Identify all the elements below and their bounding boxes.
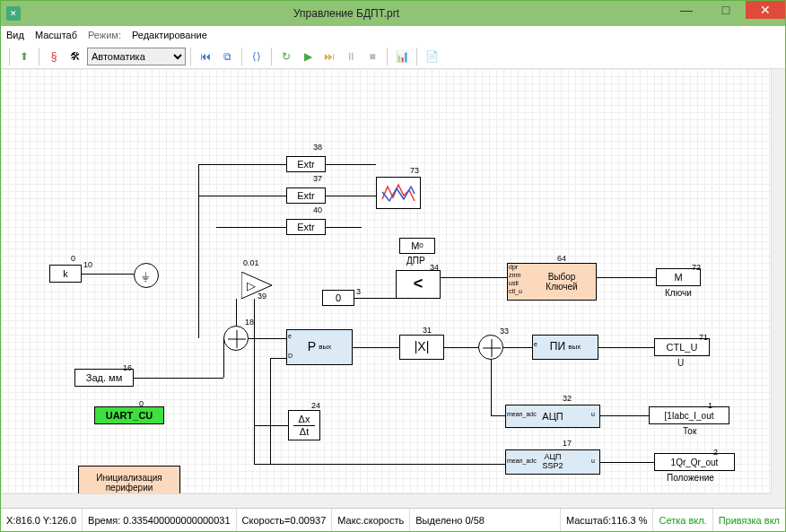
wire: [600, 415, 649, 416]
block-ground[interactable]: ⏚: [134, 263, 159, 288]
port-label: 3: [356, 287, 361, 296]
block-sum2[interactable]: [478, 335, 503, 360]
maximize-button[interactable]: □: [706, 1, 746, 19]
skip-button[interactable]: ⏭: [319, 47, 339, 66]
code-button[interactable]: ⟨⟩: [247, 47, 266, 66]
wire: [600, 462, 654, 463]
port-label: 24: [311, 401, 320, 410]
window-title: Управление БДПТ.prt: [26, 7, 667, 20]
toolbar: ⬆ § 🛠 Автоматика ⏮ ⧉ ⟨⟩ ↻ ▶ ⏭ ⏸ ■ 📊 📄: [1, 44, 785, 69]
port-label: 72: [692, 263, 701, 272]
menu-scale[interactable]: Масштаб: [35, 30, 77, 40]
app-icon: ✕: [6, 6, 21, 21]
status-selection: Выделено 0/58: [410, 509, 561, 531]
minimize-button[interactable]: —: [667, 1, 706, 19]
block-p-reg[interactable]: P вых: [286, 329, 353, 365]
copy-button[interactable]: ⧉: [217, 47, 237, 66]
block-extr3[interactable]: Extr: [286, 219, 326, 235]
wire: [444, 347, 478, 348]
layers-button[interactable]: §: [44, 47, 64, 66]
port-label: 33: [500, 327, 509, 336]
status-coords: X:816.0 Y:126.0: [1, 509, 83, 531]
pause-button[interactable]: ⏸: [341, 47, 361, 66]
status-time: Время: 0.335400000000000031: [83, 509, 237, 531]
block-gain[interactable]: ▷: [241, 272, 272, 299]
tok-label: Ток: [683, 426, 696, 436]
chart-button[interactable]: 📊: [392, 47, 412, 66]
wire: [198, 164, 286, 165]
wire: [254, 299, 255, 464]
port-label: 0: [139, 399, 144, 408]
wire: [216, 227, 286, 228]
wire: [326, 227, 362, 228]
diagram-canvas[interactable]: k 10 0 ⏚ ▷ 0.01 39 Extr 38 Extr 37 Extr …: [1, 69, 771, 493]
wire: [223, 338, 224, 378]
port-label: 18: [245, 318, 254, 327]
horizontal-scrollbar[interactable]: [1, 493, 771, 508]
block-derivative[interactable]: Δx Δt: [288, 410, 320, 440]
block-sum1[interactable]: [223, 326, 249, 351]
wire: [82, 274, 134, 275]
mode-label: Режим:: [88, 30, 121, 40]
block-extr2[interactable]: Extr: [286, 188, 326, 204]
port-label: 2: [713, 448, 718, 457]
block-extr1[interactable]: Extr: [286, 156, 326, 172]
wire: [326, 164, 376, 165]
block-key-selector[interactable]: Выбор Ключей: [507, 263, 597, 301]
wire: [270, 358, 286, 359]
block-comparator[interactable]: <: [396, 270, 441, 299]
status-scale: Масштаб:116.3 %: [561, 509, 653, 531]
vertical-scrollbar[interactable]: [771, 69, 785, 493]
port-label: 38: [313, 143, 322, 152]
wire: [134, 378, 223, 379]
port-label: 34: [430, 263, 439, 272]
u-label: U: [677, 358, 684, 368]
doc-button[interactable]: 📄: [422, 47, 441, 66]
block-scope[interactable]: [376, 177, 421, 209]
port-label: 64: [557, 254, 566, 263]
port-label: 0.01: [243, 258, 259, 267]
pos-label: Положение: [667, 473, 714, 483]
block-m0[interactable]: M0: [399, 238, 435, 254]
port-label: 71: [699, 333, 708, 342]
statusbar: X:816.0 Y:126.0 Время: 0.335400000000000…: [1, 508, 785, 531]
port-label: 39: [258, 292, 266, 301]
block-k-source[interactable]: k: [49, 265, 82, 283]
wire: [597, 277, 656, 278]
wire: [326, 196, 376, 196]
scroll-corner: [771, 493, 785, 508]
wire: [491, 415, 505, 416]
wire: [598, 347, 654, 348]
refresh-button[interactable]: ↻: [276, 47, 296, 66]
block-qr[interactable]: 1Qr_Qr_out: [654, 453, 735, 471]
wire: [441, 277, 507, 278]
port-label: 73: [410, 166, 419, 175]
block-pi-reg[interactable]: ПИ вых: [532, 335, 598, 360]
menu-view[interactable]: Вид: [6, 30, 24, 40]
step-back-button[interactable]: ⏮: [196, 47, 215, 66]
dpr-label: ДПР: [406, 256, 425, 266]
wire: [254, 425, 288, 426]
block-zero-src[interactable]: 0: [322, 290, 354, 306]
port-label: 40: [313, 205, 322, 214]
wire: [354, 298, 396, 299]
wire: [198, 164, 199, 338]
stop-button[interactable]: ■: [362, 47, 382, 66]
block-abs[interactable]: |X|: [399, 335, 444, 360]
port-label: 10: [83, 260, 92, 269]
port-label: 1: [708, 401, 712, 410]
block-iabc[interactable]: [1Iabc_I_out: [649, 406, 729, 424]
menubar: Вид Масштаб Режим: Редактирование: [1, 26, 785, 44]
port-label: 0: [71, 254, 75, 263]
port-label: 16: [123, 363, 132, 372]
wire: [491, 360, 492, 415]
tools-button[interactable]: 🛠: [66, 47, 85, 66]
wire: [503, 347, 532, 348]
close-button[interactable]: ✕: [746, 1, 785, 19]
status-grid: Сетка вкл.: [653, 509, 712, 531]
layer-select[interactable]: Автоматика: [87, 48, 186, 65]
up-button[interactable]: ⬆: [14, 47, 34, 66]
window-titlebar: ✕ Управление БДПТ.prt — □ ✕: [1, 1, 785, 26]
block-uart[interactable]: UART_CU: [94, 406, 164, 424]
play-button[interactable]: ▶: [298, 47, 318, 66]
